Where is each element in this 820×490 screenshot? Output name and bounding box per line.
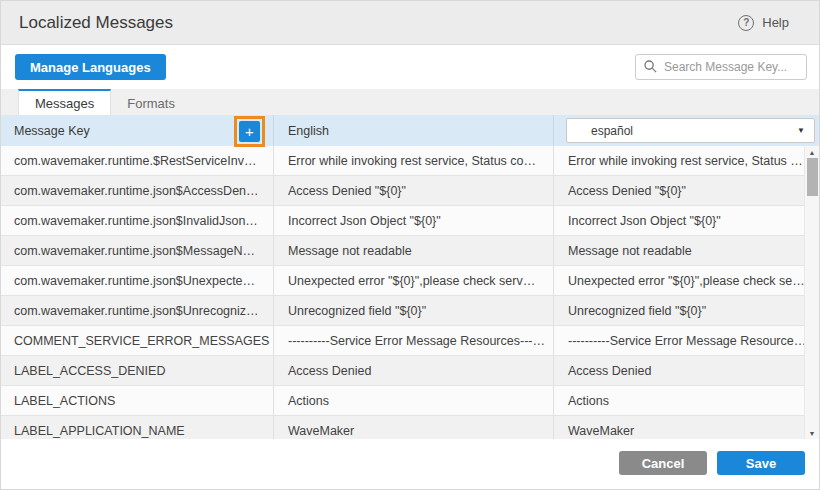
language-select[interactable]: español ▼ (566, 118, 815, 143)
column-header-message-key: Message Key + (1, 115, 274, 146)
cell-translation[interactable]: ----------Service Error Message Resource… (554, 326, 804, 355)
manage-languages-button[interactable]: Manage Languages (15, 54, 166, 80)
cell-english[interactable]: WaveMaker (274, 416, 554, 439)
table-header-row: Message Key + English español ▼ (1, 115, 819, 146)
language-select-value: español (591, 124, 633, 138)
cell-english[interactable]: Incorrect Json Object "${0}" (274, 206, 554, 235)
table-row[interactable]: com.wavemaker.runtime.json$MessageN… Mes… (1, 236, 804, 266)
cell-english[interactable]: Access Denied (274, 356, 554, 385)
cell-message-key[interactable]: com.wavemaker.runtime.$RestServiceInv… (1, 146, 274, 175)
cell-message-key[interactable]: com.wavemaker.runtime.json$AccessDen… (1, 176, 274, 205)
cell-english[interactable]: ----------Service Error Message Resource… (274, 326, 554, 355)
cell-translation[interactable]: WaveMaker (554, 416, 804, 439)
cell-english[interactable]: Message not readable (274, 236, 554, 265)
column-header-english: English (274, 115, 554, 146)
table-rows: com.wavemaker.runtime.$RestServiceInv… E… (1, 146, 804, 439)
cell-message-key[interactable]: com.wavemaker.runtime.json$Unrecogniz… (1, 296, 274, 325)
add-language-highlight: + (234, 116, 265, 147)
table-row[interactable]: LABEL_ACCESS_DENIED Access Denied Access… (1, 356, 804, 386)
messages-table: Message Key + English español ▼ com.wave… (1, 115, 819, 439)
tab-messages[interactable]: Messages (18, 89, 111, 115)
chevron-down-icon: ▼ (797, 126, 805, 135)
scrollbar-track[interactable] (805, 158, 819, 427)
cell-translation[interactable]: Unexpected error "${0}",please check se… (554, 266, 804, 295)
cell-translation[interactable]: Error while invoking rest service, Statu… (554, 146, 804, 175)
help-button[interactable]: ? Help (738, 15, 789, 31)
cell-translation[interactable]: Unrecognized field "${0}" (554, 296, 804, 325)
tab-bar: Messages Formats (1, 89, 819, 115)
localized-messages-dialog: Localized Messages ? Help Manage Languag… (0, 0, 820, 490)
table-row[interactable]: com.wavemaker.runtime.json$InvalidJson… … (1, 206, 804, 236)
help-label: Help (762, 15, 789, 30)
cell-message-key[interactable]: com.wavemaker.runtime.json$InvalidJson… (1, 206, 274, 235)
scrollbar-down-arrow-icon[interactable]: ▼ (805, 427, 819, 439)
save-button[interactable]: Save (717, 451, 805, 475)
cell-message-key[interactable]: COMMENT_SERVICE_ERROR_MESSAGES (1, 326, 274, 355)
search-icon (643, 59, 658, 74)
table-row[interactable]: COMMENT_SERVICE_ERROR_MESSAGES ---------… (1, 326, 804, 356)
cell-translation[interactable]: Actions (554, 386, 804, 415)
scrollbar-up-arrow-icon[interactable]: ▲ (805, 146, 819, 158)
column-header-language: español ▼ (554, 115, 819, 146)
cell-message-key[interactable]: com.wavemaker.runtime.json$MessageN… (1, 236, 274, 265)
table-row[interactable]: com.wavemaker.runtime.$RestServiceInv… E… (1, 146, 804, 176)
cell-translation[interactable]: Access Denied "${0}" (554, 176, 804, 205)
cell-message-key[interactable]: LABEL_APPLICATION_NAME (1, 416, 274, 439)
cell-message-key[interactable]: LABEL_ACTIONS (1, 386, 274, 415)
toolbar: Manage Languages (1, 45, 819, 89)
dialog-titlebar: Localized Messages ? Help (1, 1, 819, 45)
table-row[interactable]: LABEL_ACTIONS Actions Actions (1, 386, 804, 416)
scrollbar-thumb[interactable] (807, 158, 818, 196)
dialog-footer: Cancel Save (1, 439, 819, 489)
search-input[interactable] (635, 54, 807, 80)
table-row[interactable]: com.wavemaker.runtime.json$Unrecogniz… U… (1, 296, 804, 326)
cell-message-key[interactable]: LABEL_ACCESS_DENIED (1, 356, 274, 385)
table-row[interactable]: com.wavemaker.runtime.json$Unexpecte… Un… (1, 266, 804, 296)
cell-english[interactable]: Unrecognized field "${0}" (274, 296, 554, 325)
cell-english[interactable]: Unexpected error "${0}",please check ser… (274, 266, 554, 295)
page-title: Localized Messages (19, 13, 173, 33)
cell-translation[interactable]: Access Denied (554, 356, 804, 385)
table-body: com.wavemaker.runtime.$RestServiceInv… E… (1, 146, 819, 439)
cancel-button[interactable]: Cancel (619, 451, 707, 475)
table-row[interactable]: com.wavemaker.runtime.json$AccessDen… Ac… (1, 176, 804, 206)
message-key-header-label: Message Key (14, 124, 90, 138)
vertical-scrollbar[interactable]: ▲ ▼ (804, 146, 819, 439)
add-message-button[interactable]: + (239, 121, 260, 142)
tab-formats[interactable]: Formats (111, 89, 191, 115)
help-icon: ? (738, 15, 754, 31)
cell-message-key[interactable]: com.wavemaker.runtime.json$Unexpecte… (1, 266, 274, 295)
cell-english[interactable]: Actions (274, 386, 554, 415)
cell-translation[interactable]: Message not readable (554, 236, 804, 265)
table-row[interactable]: LABEL_APPLICATION_NAME WaveMaker WaveMak… (1, 416, 804, 439)
search-box (635, 54, 807, 80)
cell-translation[interactable]: Incorrect Json Object "${0}" (554, 206, 804, 235)
cell-english[interactable]: Access Denied "${0}" (274, 176, 554, 205)
cell-english[interactable]: Error while invoking rest service, Statu… (274, 146, 554, 175)
